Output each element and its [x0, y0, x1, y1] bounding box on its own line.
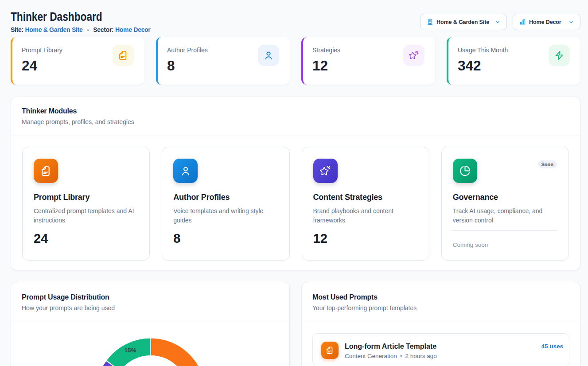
svg-text:15%: 15%: [124, 347, 136, 354]
